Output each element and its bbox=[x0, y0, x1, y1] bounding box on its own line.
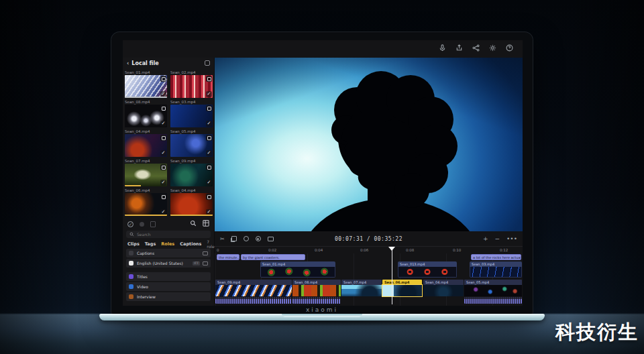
media-item[interactable]: Sean_08.mp4 ✓ bbox=[125, 99, 167, 127]
clip-filmstrip bbox=[470, 267, 522, 278]
monitor-icon[interactable] bbox=[203, 261, 208, 266]
tab-clips[interactable]: Clips bbox=[127, 241, 140, 247]
check-icon[interactable]: ✓ bbox=[206, 121, 212, 127]
clip-filmstrip bbox=[215, 285, 292, 296]
connected-clip[interactable]: Sean_013.mp4 bbox=[398, 261, 457, 278]
video-thumbnail[interactable]: ✓ bbox=[125, 75, 167, 98]
caption-clip[interactable]: a lot of the rocks here actually g... bbox=[471, 254, 521, 260]
media-grid: Sean_01.mp4 ✓ Sean_02.mp4 ✓ Sean_08.mp4 bbox=[123, 68, 214, 217]
role-checkbox[interactable] bbox=[129, 284, 133, 289]
laptop-base bbox=[99, 314, 545, 320]
connected-clip[interactable]: Sean_01.mp4 bbox=[260, 261, 335, 278]
settings-gear-icon[interactable] bbox=[489, 44, 496, 53]
itt-badge: ITT bbox=[193, 261, 200, 266]
grid-view-icon[interactable] bbox=[203, 220, 209, 228]
timeline-clip[interactable]: Sean_07.mp4 bbox=[341, 280, 382, 296]
progress-bar bbox=[125, 215, 167, 216]
caption-clip[interactable]: by the giant coasters. bbox=[241, 254, 305, 260]
video-thumbnail[interactable]: ✓ bbox=[170, 134, 213, 157]
microphone-icon[interactable] bbox=[439, 44, 446, 53]
video-thumbnail[interactable]: ✓ bbox=[170, 193, 213, 216]
back-chevron-icon[interactable]: ‹ bbox=[127, 60, 129, 66]
media-item[interactable]: Sean_06.mp4 ✓ bbox=[125, 188, 167, 216]
timeline-clip[interactable]: Sean_09.mp4 bbox=[215, 280, 292, 304]
clip-filmstrip bbox=[398, 267, 457, 278]
ruler-tick: 0 bbox=[217, 248, 219, 252]
role-row-english[interactable]: English (United States) ITT bbox=[126, 259, 211, 268]
caption-clip[interactable]: the minute... bbox=[217, 254, 239, 260]
media-item[interactable]: Sean_02.mp4 ✓ bbox=[170, 70, 213, 98]
ruler-tick: 0:06 bbox=[360, 248, 368, 252]
playhead-line[interactable] bbox=[392, 247, 392, 304]
role-row-captions[interactable]: Captions bbox=[126, 249, 211, 257]
tab-tags[interactable]: Tags bbox=[145, 241, 156, 247]
video-thumbnail[interactable]: ✓ bbox=[125, 164, 167, 186]
media-item[interactable]: Sean_09.mp4 ✓ bbox=[170, 158, 213, 186]
laptop-brand-logo: xiaomi bbox=[111, 306, 533, 313]
zoom-out-icon[interactable]: − bbox=[495, 235, 500, 242]
timeline-ruler[interactable]: 0 0:02 0:04 0:06 0:08 0:10 0:12 bbox=[215, 246, 523, 253]
more-options-icon[interactable]: ••• bbox=[506, 235, 517, 242]
search-icon bbox=[129, 232, 134, 237]
help-icon[interactable] bbox=[506, 44, 513, 53]
media-item[interactable]: Sean_03.mp4 ✓ bbox=[170, 99, 213, 127]
badge-icon bbox=[160, 164, 166, 170]
playhead-handle[interactable] bbox=[388, 247, 395, 251]
video-thumbnail[interactable]: ✓ bbox=[125, 193, 167, 216]
role-row-titles[interactable]: Titles bbox=[126, 272, 211, 281]
clip-icon[interactable] bbox=[150, 221, 156, 227]
role-checkbox[interactable] bbox=[129, 261, 133, 266]
tab-captions[interactable]: Captions bbox=[180, 241, 201, 247]
timeline-clip[interactable]: Sean_05.mp4 bbox=[464, 280, 522, 304]
audio-waveform bbox=[292, 297, 341, 304]
search-icon[interactable] bbox=[190, 220, 197, 228]
search-input[interactable] bbox=[137, 232, 197, 237]
check-icon[interactable]: ✓ bbox=[206, 180, 212, 186]
media-item[interactable]: Sean_05.mp4 ✓ bbox=[170, 129, 213, 157]
timeline-clip[interactable]: Sean_04.mp4 bbox=[423, 280, 464, 296]
tab-roles[interactable]: Roles bbox=[161, 241, 174, 247]
timeline-panel: ✂ 00:07:31 / 00:35:22 + − ••• 0 0:02 0:0… bbox=[215, 231, 523, 306]
media-item[interactable]: Sean_04.mp4 ✓ bbox=[125, 129, 167, 157]
video-preview[interactable] bbox=[215, 58, 523, 231]
role-row-interview[interactable]: Interview bbox=[126, 292, 211, 301]
video-thumbnail[interactable]: ✓ bbox=[125, 134, 167, 157]
badge-icon bbox=[206, 105, 212, 111]
role-checkbox[interactable] bbox=[129, 274, 133, 279]
timeline-clip[interactable]: Sean_08.mp4 bbox=[292, 280, 341, 304]
badge-icon bbox=[206, 76, 212, 82]
connected-clip[interactable]: Sean_03.mp4 bbox=[470, 261, 522, 278]
check-icon[interactable]: ✓ bbox=[160, 180, 166, 186]
filmstrip-view-icon[interactable] bbox=[205, 60, 210, 66]
audio-waveform bbox=[464, 297, 522, 304]
record-dot-icon[interactable] bbox=[140, 222, 144, 227]
video-thumbnail[interactable]: ✓ bbox=[170, 105, 213, 127]
app-titlebar bbox=[123, 40, 523, 58]
search-bar[interactable] bbox=[126, 231, 211, 238]
badge-icon bbox=[206, 135, 212, 141]
zoom-in-icon[interactable]: + bbox=[483, 235, 488, 242]
scene: xiaomi ‹ Local file Sean_01.mp4 bbox=[0, 0, 644, 354]
media-item[interactable]: Sean_04.mp4 ✓ bbox=[170, 188, 213, 216]
media-item[interactable]: Sean_07.mp4 ✓ bbox=[125, 158, 167, 186]
role-checkbox[interactable] bbox=[129, 294, 133, 299]
ruler-tick: 0:08 bbox=[406, 248, 414, 252]
ruler-tick: 0:12 bbox=[500, 248, 508, 252]
role-checkbox[interactable] bbox=[129, 251, 133, 255]
video-thumbnail[interactable]: ✓ bbox=[170, 75, 213, 98]
check-icon[interactable]: ✓ bbox=[160, 121, 166, 127]
timeline-clip-selected[interactable]: Sean_06.mp4 bbox=[382, 280, 422, 296]
share-nodes-icon[interactable] bbox=[472, 44, 480, 53]
clip-filmstrip bbox=[292, 285, 341, 296]
check-icon[interactable]: ✓ bbox=[206, 91, 212, 97]
share-up-icon[interactable] bbox=[455, 44, 463, 53]
video-thumbnail[interactable]: ✓ bbox=[125, 105, 167, 127]
check-circle-icon[interactable]: ✓ bbox=[127, 221, 133, 227]
monitor-icon[interactable] bbox=[203, 251, 208, 255]
progress-bar bbox=[125, 97, 167, 98]
check-icon[interactable]: ✓ bbox=[160, 150, 166, 156]
check-icon[interactable]: ✓ bbox=[206, 150, 212, 156]
role-row-video[interactable]: Video bbox=[126, 282, 211, 291]
media-item[interactable]: Sean_01.mp4 ✓ bbox=[125, 70, 167, 98]
video-thumbnail[interactable]: ✓ bbox=[170, 164, 213, 186]
